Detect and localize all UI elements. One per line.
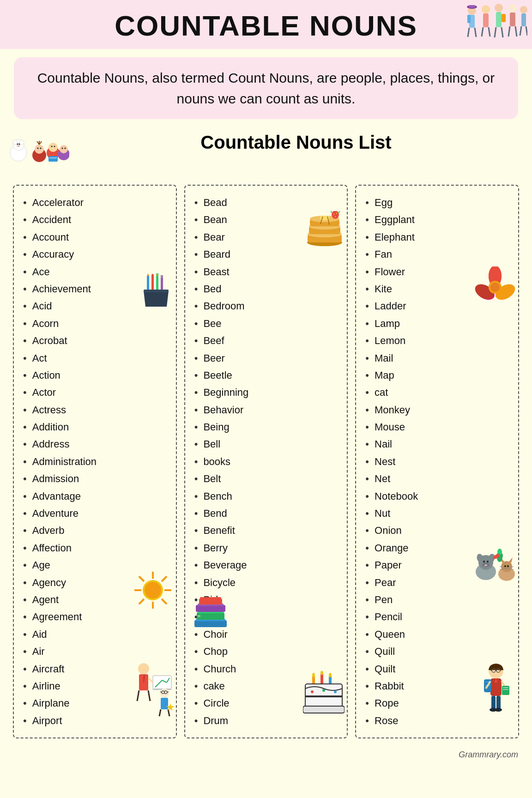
svg-line-71 xyxy=(137,690,139,701)
footer-text: Grammrary.com xyxy=(459,750,518,759)
svg-point-142 xyxy=(484,564,487,566)
svg-rect-51 xyxy=(151,274,154,292)
svg-rect-122 xyxy=(305,695,342,697)
svg-line-101 xyxy=(339,212,340,212)
list-item: Behavior xyxy=(194,401,343,418)
animals-decoration xyxy=(472,546,518,590)
svg-line-3 xyxy=(468,28,469,37)
svg-line-14 xyxy=(502,27,503,37)
list-item: books xyxy=(194,453,343,470)
list-item: Bedroom xyxy=(194,297,343,314)
svg-rect-15 xyxy=(502,14,506,22)
list-item: Affection xyxy=(23,539,171,556)
svg-point-16 xyxy=(508,4,517,12)
svg-line-100 xyxy=(331,212,332,212)
list-item: Chop xyxy=(194,643,343,660)
list-item: Accuracy xyxy=(23,246,171,263)
list-item: Beetle xyxy=(194,367,343,384)
definition-box: Countable Nouns, also termed Count Nouns… xyxy=(14,57,518,119)
svg-rect-21 xyxy=(521,13,526,26)
list-item: Addition xyxy=(23,418,171,435)
svg-point-68 xyxy=(138,663,149,674)
pencil-cup-decoration xyxy=(140,273,172,312)
cake-decoration xyxy=(303,671,345,719)
svg-line-163 xyxy=(490,670,492,671)
pancakes-decoration xyxy=(305,211,345,250)
svg-rect-176 xyxy=(496,696,501,710)
column-2: BeadBeanBearBeardBeastBedBedroomBeeBeefB… xyxy=(184,185,348,738)
svg-point-30 xyxy=(19,144,20,145)
svg-rect-49 xyxy=(147,276,149,292)
svg-point-120 xyxy=(329,673,332,677)
books-decoration xyxy=(192,595,229,631)
svg-line-23 xyxy=(526,26,527,36)
svg-rect-6 xyxy=(469,5,475,8)
list-item: Bee xyxy=(194,315,343,332)
list-item: Eggplant xyxy=(365,211,514,228)
list-item: Mouse xyxy=(365,418,514,435)
list-item: Adverb xyxy=(23,522,171,539)
svg-rect-8 xyxy=(483,13,489,27)
svg-line-10 xyxy=(489,27,490,36)
list-item: Bench xyxy=(194,488,343,505)
list-item: Actor xyxy=(23,384,171,401)
list-item: Monkey xyxy=(365,401,514,418)
svg-point-144 xyxy=(501,561,512,572)
list-item: Nest xyxy=(365,453,514,470)
svg-rect-109 xyxy=(196,605,225,612)
list-item: Bed xyxy=(194,280,343,297)
list-item: Nail xyxy=(365,435,514,453)
svg-line-18 xyxy=(508,26,510,36)
svg-rect-43 xyxy=(48,156,58,162)
list-item: cat xyxy=(365,384,514,401)
svg-rect-112 xyxy=(200,597,221,599)
list-item: Pen xyxy=(365,591,514,608)
list-item: Bell xyxy=(194,435,343,453)
list-item: Being xyxy=(194,418,343,435)
svg-point-37 xyxy=(37,148,39,149)
list-item: Air xyxy=(23,643,171,660)
list-item: Bend xyxy=(194,505,343,522)
list-item: Fan xyxy=(365,246,514,263)
list-item: Accident xyxy=(23,211,171,228)
svg-point-125 xyxy=(322,689,325,692)
list-item: Benefit xyxy=(194,522,343,539)
svg-rect-55 xyxy=(161,275,163,292)
list-item: Beverage xyxy=(194,556,343,574)
svg-line-4 xyxy=(475,28,476,37)
sun-decoration xyxy=(132,569,174,613)
list-item: Notebook xyxy=(365,488,514,505)
svg-rect-12 xyxy=(496,12,502,27)
svg-point-7 xyxy=(482,5,490,13)
list-item: Advantage xyxy=(23,488,171,505)
svg-line-22 xyxy=(520,26,521,36)
svg-line-64 xyxy=(162,576,167,581)
svg-line-164 xyxy=(500,670,502,671)
list-item: Beginning xyxy=(194,384,343,401)
svg-point-140 xyxy=(483,561,485,562)
svg-point-38 xyxy=(40,148,42,149)
list-item: Pencil xyxy=(365,608,514,625)
svg-line-79 xyxy=(148,678,153,683)
svg-rect-173 xyxy=(503,687,508,688)
list-item: Egg xyxy=(365,194,514,211)
list-item: Administration xyxy=(23,453,171,470)
nouns-columns: AcceleratorAccidentAccountAccuracyAceAch… xyxy=(9,185,523,738)
svg-rect-2 xyxy=(467,15,471,23)
business-person-decoration xyxy=(130,662,176,724)
list-item: Bicycle xyxy=(194,574,343,591)
svg-line-86 xyxy=(167,692,169,692)
list-item: Adventure xyxy=(23,505,171,522)
svg-point-126 xyxy=(334,690,337,693)
list-item: Actress xyxy=(23,401,171,418)
flower-decoration xyxy=(474,266,516,308)
kids-illustration xyxy=(9,127,69,180)
svg-point-147 xyxy=(504,565,506,567)
svg-point-11 xyxy=(495,4,503,12)
svg-rect-53 xyxy=(156,273,158,292)
list-item: Lamp xyxy=(365,315,514,332)
list-section-title: Countable Nouns List xyxy=(69,127,523,153)
list-item: Net xyxy=(365,470,514,487)
svg-point-41 xyxy=(51,146,53,147)
svg-point-67 xyxy=(145,582,161,598)
